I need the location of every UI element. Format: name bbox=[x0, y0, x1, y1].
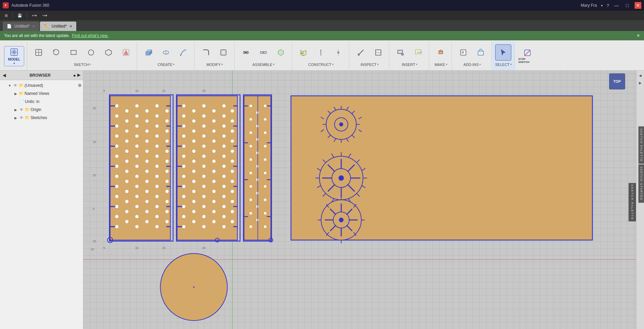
sketch-polygon-button[interactable] bbox=[100, 44, 117, 61]
svg-text:15: 15 bbox=[93, 140, 96, 144]
eye-icon[interactable]: 👁 bbox=[13, 83, 18, 88]
inspect-section-button[interactable] bbox=[370, 44, 386, 61]
assemble-motion-button[interactable] bbox=[255, 44, 271, 61]
svg-point-105 bbox=[155, 145, 159, 148]
insert-section-label[interactable]: INSERT ▾ bbox=[402, 61, 417, 68]
undo-button[interactable]: ↩▾ bbox=[30, 13, 39, 19]
sketch-palette-side[interactable]: SKETCH PALETTE SKETCH STARTED bbox=[638, 126, 644, 203]
svg-line-290 bbox=[359, 117, 362, 119]
tree-collapse-arrow[interactable]: ▼ bbox=[7, 84, 12, 87]
addins-label: ADD-INS bbox=[463, 63, 478, 67]
save-button[interactable]: 💾 bbox=[15, 13, 24, 19]
tab-untitled-1[interactable]: 📄 Untitled* × bbox=[3, 22, 39, 31]
create-section-label[interactable]: CREATE ▾ bbox=[158, 61, 174, 68]
construct-axis-button[interactable] bbox=[313, 44, 329, 61]
create-tools-group bbox=[140, 44, 191, 61]
construct-plane-button[interactable]: ▶ bbox=[295, 44, 311, 61]
settings-icon[interactable]: ⚙ bbox=[78, 83, 82, 88]
browser-expand-right[interactable]: ▶ bbox=[77, 73, 80, 78]
tab-untitled-2[interactable]: ✏️ Untitled* × bbox=[40, 22, 77, 31]
create-extrude-button[interactable] bbox=[140, 44, 157, 61]
svg-point-195 bbox=[222, 145, 226, 148]
insert-dropdown-icon: ▾ bbox=[416, 63, 417, 66]
svg-point-189 bbox=[212, 210, 216, 213]
construct-point-button[interactable] bbox=[330, 44, 346, 61]
tree-expand-arrow[interactable]: ▶ bbox=[13, 92, 18, 96]
expand-right-arrow[interactable]: ▶ bbox=[637, 79, 644, 86]
maximize-button[interactable]: □ bbox=[624, 2, 631, 9]
addins-section-label[interactable]: ADD-INS ▾ bbox=[463, 61, 480, 68]
inspect-measure-button[interactable] bbox=[353, 44, 369, 61]
assemble-section-label[interactable]: ASSEMBLE ▾ bbox=[252, 61, 274, 68]
expand-left-arrow[interactable]: ◀ bbox=[637, 72, 644, 79]
viewport[interactable]: 20 15 10 5 20 15 10 5 20 15 10 5 25 20 T… bbox=[83, 71, 644, 329]
tab-close-button-active[interactable]: × bbox=[70, 24, 72, 29]
insert-canvas-button[interactable] bbox=[393, 44, 409, 61]
browser-toggle-icon[interactable]: ● bbox=[73, 73, 76, 78]
addins-scripts-button[interactable]: ⚙ bbox=[455, 44, 471, 61]
construct-section-label[interactable]: CONSTRUCT ▾ bbox=[308, 61, 333, 68]
svg-text:5: 5 bbox=[93, 207, 94, 211]
sketch-undo-button[interactable] bbox=[48, 44, 64, 61]
browser-item-origin[interactable]: ▶ 👁 📁 Origin bbox=[0, 106, 83, 114]
modify-section-label[interactable]: MODIFY ▾ bbox=[207, 61, 223, 68]
svg-point-257 bbox=[264, 198, 266, 201]
make-section-label[interactable]: MAKE ▾ bbox=[434, 61, 447, 68]
sketch-section-label[interactable]: SKETCH ▾ bbox=[74, 61, 91, 68]
browser-collapse-arrow[interactable]: ◀ bbox=[3, 73, 6, 78]
model-dropdown-icon: ▾ bbox=[13, 62, 15, 65]
sketch-line-button[interactable] bbox=[118, 44, 134, 61]
tab-close-button[interactable]: × bbox=[32, 24, 35, 29]
inspect-section-label[interactable]: INSPECT ▾ bbox=[360, 61, 379, 68]
browser-item-origin-label: Origin bbox=[31, 107, 41, 112]
construct-tools-group: ▶ bbox=[295, 44, 346, 61]
help-button[interactable]: ? bbox=[607, 3, 609, 8]
user-dropdown-icon[interactable]: ▾ bbox=[601, 4, 603, 7]
svg-point-253 bbox=[264, 145, 266, 147]
top-view-button[interactable]: TOP bbox=[609, 73, 625, 89]
sketch-rect-button[interactable] bbox=[66, 44, 82, 61]
svg-marker-40 bbox=[401, 53, 403, 55]
ribbon-section-insert: IMG INSERT ▾ bbox=[390, 42, 429, 70]
svg-point-155 bbox=[192, 119, 196, 123]
eye-icon[interactable]: 👁 bbox=[19, 115, 24, 120]
make-3dprint-button[interactable] bbox=[433, 44, 449, 61]
svg-point-112 bbox=[155, 215, 159, 218]
close-button[interactable]: ✕ bbox=[635, 2, 641, 9]
assemble-component-button[interactable] bbox=[273, 44, 289, 61]
modify-fillet-button[interactable] bbox=[198, 44, 214, 61]
addins-store-button[interactable] bbox=[473, 44, 489, 61]
tree-expand-arrow[interactable]: ▶ bbox=[13, 116, 18, 120]
svg-point-114 bbox=[165, 109, 169, 113]
sketch-circle-button[interactable] bbox=[83, 44, 99, 61]
grid-menu-button[interactable]: ⊞ bbox=[3, 13, 10, 19]
browser-item-units[interactable]: 📄 Units: in bbox=[0, 98, 83, 106]
svg-point-185 bbox=[212, 170, 216, 173]
eye-icon[interactable]: 👁 bbox=[19, 107, 24, 112]
stop-sketch-button[interactable]: STOP SKETCH bbox=[518, 48, 537, 64]
browser-item-named-views[interactable]: ▶ 📁 Named Views bbox=[0, 89, 83, 98]
assemble-dropdown-icon: ▾ bbox=[273, 63, 274, 66]
svg-text:15: 15 bbox=[162, 89, 165, 93]
info-close-button[interactable]: ✕ bbox=[637, 33, 640, 38]
browser-item-root[interactable]: ▼ 👁 📁 (Unsaved) ⚙ bbox=[0, 81, 83, 89]
redo-button[interactable]: ↪▾ bbox=[40, 13, 49, 19]
assemble-joint-button[interactable] bbox=[238, 44, 254, 61]
info-link[interactable]: Find out what's new. bbox=[72, 33, 108, 38]
minimize-button[interactable]: — bbox=[613, 2, 620, 9]
tree-expand-arrow[interactable]: ▶ bbox=[13, 108, 18, 112]
browser-item-sketches[interactable]: ▶ 👁 📁 Sketches bbox=[0, 114, 83, 122]
select-button[interactable] bbox=[495, 44, 511, 61]
insert-decal-button[interactable]: IMG bbox=[410, 44, 426, 61]
sketch-create-button[interactable] bbox=[31, 44, 47, 61]
svg-rect-17 bbox=[221, 50, 226, 55]
sketch-palette-tab[interactable]: SKETCH PALETTE bbox=[629, 183, 636, 221]
create-revolve-button[interactable] bbox=[158, 44, 174, 61]
model-button[interactable]: MODEL ▾ bbox=[4, 46, 24, 66]
modify-shell-button[interactable] bbox=[215, 44, 231, 61]
select-section-label[interactable]: SELECT ▾ bbox=[495, 61, 512, 68]
create-sweep-button[interactable] bbox=[175, 44, 191, 61]
sketch-dropdown-icon: ▾ bbox=[89, 63, 91, 66]
svg-line-288 bbox=[347, 139, 349, 142]
canvas-area[interactable]: 20 15 10 5 20 15 10 5 20 15 10 5 25 20 T… bbox=[83, 71, 636, 329]
